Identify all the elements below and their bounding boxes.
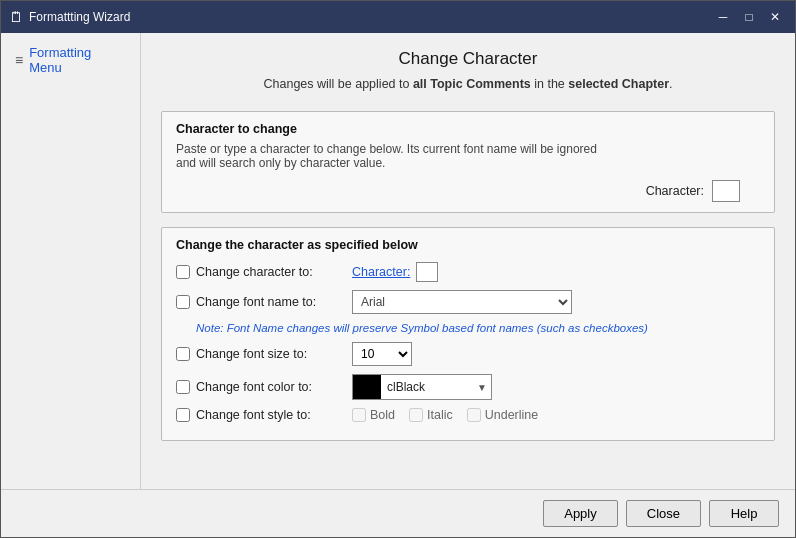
window-body: ≡ Formatting Menu Change Character Chang… [1, 33, 795, 489]
bold-style-item: Bold [352, 408, 395, 422]
section1-desc-line1: Paste or type a character to change belo… [176, 142, 597, 156]
help-button[interactable]: Help [709, 500, 779, 527]
character-label: Character: [646, 184, 704, 198]
color-dropdown-arrow-icon: ▼ [473, 382, 491, 393]
section1-label: Character to change [176, 122, 760, 136]
change-font-style-row: Change font style to: Bold Italic Und [176, 408, 760, 422]
subtitle-prefix: Changes will be applied to [264, 77, 413, 91]
sidebar: ≡ Formatting Menu [1, 33, 141, 489]
close-window-button[interactable]: ✕ [763, 6, 787, 28]
bold-label: Bold [370, 408, 395, 422]
font-name-select[interactable]: Arial [352, 290, 572, 314]
title-bar-controls: ─ □ ✕ [711, 6, 787, 28]
character-input[interactable] [712, 180, 740, 202]
title-bar-left: 🗒 Formattting Wizard [9, 9, 130, 25]
subtitle-bold: all Topic Comments [413, 77, 531, 91]
sidebar-item-formatting-menu[interactable]: ≡ Formatting Menu [9, 41, 132, 79]
page-title: Change Character [161, 49, 775, 69]
subtitle-bold2: selected Chapter [568, 77, 669, 91]
minimize-button[interactable]: ─ [711, 6, 735, 28]
font-note: Note: Font Name changes will preserve Sy… [196, 322, 760, 334]
change-font-color-checkbox[interactable] [176, 380, 190, 394]
change-char-to-label: Change character to: [196, 265, 346, 279]
color-label: clBlack [381, 380, 473, 394]
italic-label: Italic [427, 408, 453, 422]
character-link[interactable]: Character: [352, 265, 410, 279]
character-to-change-section: Character to change Paste or type a char… [161, 111, 775, 213]
change-font-style-checkbox[interactable] [176, 408, 190, 422]
apply-button[interactable]: Apply [543, 500, 618, 527]
section1-desc-line2: and will search only by character value. [176, 156, 385, 170]
main-content: Change Character Changes will be applied… [141, 33, 795, 489]
character-input-row: Character: [176, 180, 760, 202]
section1-desc: Paste or type a character to change belo… [176, 142, 760, 170]
underline-style-item: Underline [467, 408, 539, 422]
change-font-name-row: Change font name to: Arial [176, 290, 760, 314]
underline-label: Underline [485, 408, 539, 422]
color-select[interactable]: clBlack ▼ [352, 374, 492, 400]
change-font-name-label: Change font name to: [196, 295, 346, 309]
target-char-box [416, 262, 438, 282]
font-size-select[interactable]: 10 8 9 11 12 [352, 342, 412, 366]
section2-label: Change the character as specified below [176, 238, 760, 252]
italic-style-item: Italic [409, 408, 453, 422]
style-checkboxes: Bold Italic Underline [352, 408, 538, 422]
app-icon: 🗒 [9, 9, 23, 25]
subtitle-end: . [669, 77, 672, 91]
color-swatch [353, 375, 381, 399]
maximize-button[interactable]: □ [737, 6, 761, 28]
main-window: 🗒 Formattting Wizard ─ □ ✕ ≡ Formatting … [0, 0, 796, 538]
menu-icon: ≡ [15, 52, 23, 68]
change-font-style-label: Change font style to: [196, 408, 346, 422]
change-char-to-checkbox[interactable] [176, 265, 190, 279]
close-button[interactable]: Close [626, 500, 701, 527]
change-font-name-checkbox[interactable] [176, 295, 190, 309]
change-font-color-row: Change font color to: clBlack ▼ [176, 374, 760, 400]
page-subtitle: Changes will be applied to all Topic Com… [161, 77, 775, 91]
change-font-size-checkbox[interactable] [176, 347, 190, 361]
title-bar: 🗒 Formattting Wizard ─ □ ✕ [1, 1, 795, 33]
italic-checkbox[interactable] [409, 408, 423, 422]
change-font-size-label: Change font size to: [196, 347, 346, 361]
bold-checkbox[interactable] [352, 408, 366, 422]
underline-checkbox[interactable] [467, 408, 481, 422]
window-title: Formattting Wizard [29, 10, 130, 24]
bottom-bar: Apply Close Help [1, 489, 795, 537]
change-character-section: Change the character as specified below … [161, 227, 775, 441]
change-font-size-row: Change font size to: 10 8 9 11 12 [176, 342, 760, 366]
subtitle-suffix: in the [531, 77, 569, 91]
sidebar-item-label: Formatting Menu [29, 45, 126, 75]
change-font-color-label: Change font color to: [196, 380, 346, 394]
change-char-to-row: Change character to: Character: [176, 262, 760, 282]
